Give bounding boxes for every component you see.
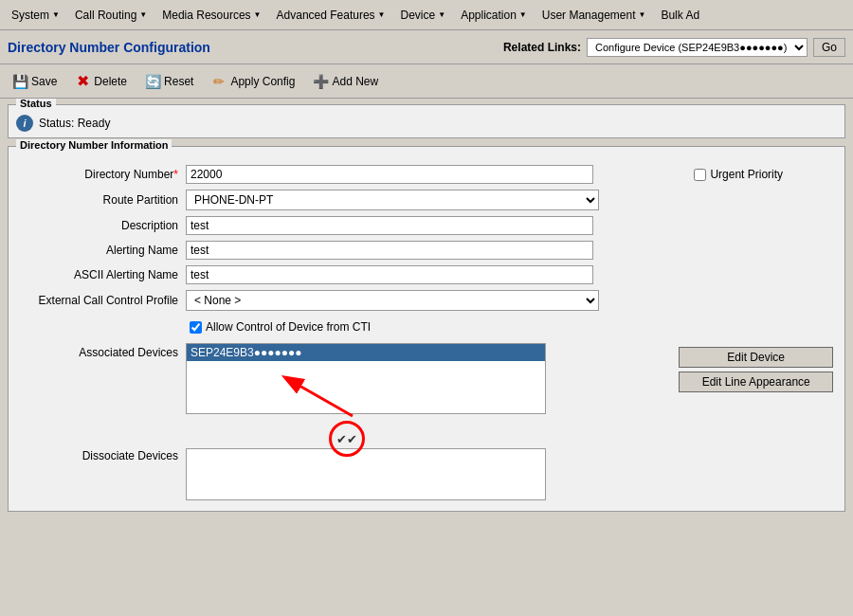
dissociate-devices-label-cell: Dissociate Devices [16, 445, 182, 503]
urgent-priority-checkbox[interactable] [694, 169, 706, 181]
related-links-label: Related Links: [503, 41, 581, 54]
route-partition-value-cell: PHONE-DN-PT [182, 187, 837, 213]
associated-devices-value-cell: SEP24E9B3●●●●●●● ✔✔ [182, 340, 671, 417]
external-call-value-cell: < None > [182, 287, 837, 314]
chevron-down-icon: ▼ [254, 10, 262, 19]
menubar: System ▼ Call Routing ▼ Media Resources … [0, 0, 853, 30]
allow-cti-label: Allow Control of Device from CTI [206, 320, 371, 334]
directory-number-input[interactable] [186, 165, 593, 184]
header-bar: Directory Number Configuration Related L… [0, 30, 853, 64]
ascii-alerting-input[interactable] [186, 265, 593, 284]
ascii-alerting-value-cell [182, 263, 837, 287]
reset-icon: 🔄 [144, 73, 161, 90]
menubar-item-media-resources[interactable]: Media Resources ▼ [154, 5, 268, 26]
description-row: Description [16, 213, 837, 238]
urgent-priority-cell: Urgent Priority [671, 162, 837, 187]
status-box-title: Status [16, 99, 56, 109]
ascii-alerting-label-cell: ASCII Alerting Name [16, 263, 182, 287]
header-right: Related Links: Configure Device (SEP24E9… [503, 38, 845, 57]
directory-number-row: Directory Number* Urgent Priority [16, 162, 837, 187]
chevron-down-icon: ▼ [378, 10, 386, 19]
info-icon: i [16, 115, 33, 132]
chevron-down-icon: ▼ [52, 10, 60, 19]
add-new-button[interactable]: ➕ Add New [308, 71, 382, 92]
status-box: Status i Status: Ready [8, 104, 845, 138]
menubar-item-advanced-features[interactable]: Advanced Features ▼ [269, 5, 393, 26]
allow-cti-value-cell: Allow Control of Device from CTI [182, 314, 837, 340]
reset-button[interactable]: 🔄 Reset [140, 71, 197, 92]
alerting-name-label-cell: Alerting Name [16, 238, 182, 263]
edit-device-button[interactable]: Edit Device [679, 347, 833, 368]
delete-button[interactable]: ✖ Delete [70, 71, 131, 92]
associated-devices-label-cell: Associated Devices [16, 340, 182, 417]
chevron-down-icon: ▼ [519, 10, 527, 19]
toolbar: 💾 Save ✖ Delete 🔄 Reset ✏ Apply Config ➕… [0, 64, 853, 99]
directory-info-title: Directory Number Information [16, 139, 172, 151]
chevron-down-icon: ▼ [139, 10, 147, 19]
allow-cti-checkbox[interactable] [190, 321, 202, 334]
apply-config-button[interactable]: ✏ Apply Config [207, 71, 299, 92]
associated-devices-listbox[interactable]: SEP24E9B3●●●●●●● [186, 343, 546, 414]
list-item[interactable]: SEP24E9B3●●●●●●● [187, 344, 545, 361]
delete-icon: ✖ [74, 73, 91, 90]
side-buttons: Edit Device Edit Line Appearance [679, 343, 833, 392]
route-partition-select[interactable]: PHONE-DN-PT [186, 190, 599, 210]
allow-cti-checkbox-row: Allow Control of Device from CTI [186, 317, 833, 337]
route-partition-label-cell: Route Partition [16, 187, 182, 213]
associated-devices-row: Associated Devices SEP24E9B3●●●●●●● [16, 340, 837, 417]
menubar-item-system[interactable]: System ▼ [4, 5, 67, 26]
urgent-priority-label: Urgent Priority [710, 168, 783, 181]
edit-line-appearance-button[interactable]: Edit Line Appearance [679, 371, 833, 392]
related-links-select[interactable]: Configure Device (SEP24E9B3●●●●●●●) [587, 38, 808, 57]
external-call-label-cell: External Call Control Profile [16, 287, 182, 314]
status-text: Status: Ready [39, 117, 110, 130]
add-new-icon: ➕ [312, 73, 329, 90]
main-content: Status i Status: Ready Directory Number … [0, 99, 853, 616]
save-icon: 💾 [11, 73, 28, 90]
arrow-spacer-row [16, 417, 837, 445]
directory-number-label-cell: Directory Number* [16, 162, 182, 187]
chevron-down-icon: ▼ [638, 10, 645, 19]
required-marker: * [173, 168, 178, 181]
external-call-select[interactable]: < None > [186, 290, 599, 311]
dissociate-devices-listbox[interactable] [186, 448, 546, 500]
menubar-item-call-routing[interactable]: Call Routing ▼ [67, 5, 154, 26]
allow-cti-label-cell [16, 314, 182, 340]
dissociate-devices-value-cell [182, 445, 837, 503]
status-content: i Status: Ready [16, 115, 837, 132]
menubar-item-device[interactable]: Device ▼ [393, 5, 454, 26]
apply-icon: ✏ [210, 73, 227, 90]
menubar-item-user-management[interactable]: User Management ▼ [535, 5, 654, 26]
red-circle-annotation: ✔✔ [329, 421, 365, 457]
dissociate-devices-row: Dissociate Devices [16, 445, 837, 503]
description-input[interactable] [186, 216, 593, 235]
alerting-name-input[interactable] [186, 241, 593, 260]
route-partition-row: Route Partition PHONE-DN-PT [16, 187, 837, 213]
alerting-name-row: Alerting Name [16, 238, 837, 263]
checkmark-icon: ✔✔ [336, 432, 357, 446]
go-button[interactable]: Go [813, 38, 845, 57]
save-button[interactable]: 💾 Save [8, 71, 61, 92]
directory-number-value-cell [182, 162, 671, 187]
form-table: Directory Number* Urgent Priority Route … [16, 162, 837, 503]
external-call-row: External Call Control Profile < None > [16, 287, 837, 314]
page-title: Directory Number Configuration [8, 40, 210, 55]
alerting-name-value-cell [182, 238, 837, 263]
menubar-item-bulk-ad[interactable]: Bulk Ad [653, 5, 707, 26]
chevron-down-icon: ▼ [438, 10, 445, 19]
associated-devices-buttons-cell: Edit Device Edit Line Appearance [671, 340, 837, 417]
description-label-cell: Description [16, 213, 182, 238]
allow-cti-row: Allow Control of Device from CTI [16, 314, 837, 340]
ascii-alerting-row: ASCII Alerting Name [16, 263, 837, 287]
menubar-item-application[interactable]: Application ▼ [453, 5, 535, 26]
description-value-cell [182, 213, 837, 238]
directory-info-box: Directory Number Information Directory N… [8, 146, 845, 512]
